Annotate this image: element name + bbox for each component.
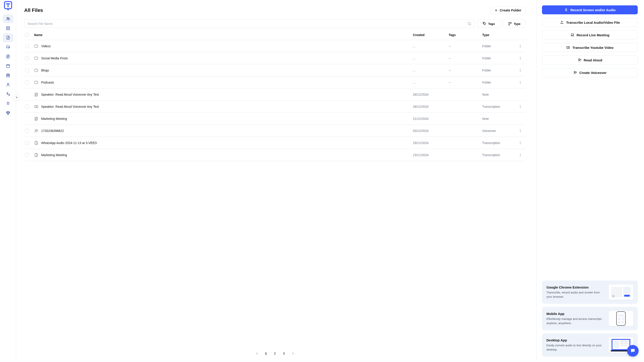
row-checkbox[interactable] bbox=[25, 153, 29, 157]
row-more-button[interactable] bbox=[516, 105, 525, 109]
table-row[interactable]: 173323639882203/12/2024Voiceover bbox=[24, 125, 526, 137]
card-desc: Effortlessly manage and access transcrip… bbox=[546, 317, 605, 325]
svg-point-23 bbox=[520, 81, 520, 82]
row-checkbox[interactable] bbox=[25, 68, 29, 72]
svg-point-24 bbox=[520, 82, 520, 82]
row-checkbox[interactable] bbox=[25, 56, 29, 60]
promo-card[interactable]: Google Chrome ExtensionTranscribe, recor… bbox=[542, 280, 638, 304]
files-table: Name Created Tags Type Videos...--Folder… bbox=[24, 30, 526, 161]
sidebar-chat[interactable] bbox=[3, 43, 14, 52]
aside-panel: Record Screen and/or Audio Transcribe Lo… bbox=[536, 0, 644, 362]
card-thumb bbox=[609, 311, 633, 326]
svg-point-43 bbox=[578, 59, 580, 60]
svg-point-18 bbox=[520, 58, 520, 58]
svg-rect-6 bbox=[8, 29, 10, 30]
row-created: 29/11/2024 bbox=[413, 141, 449, 145]
app-logo[interactable] bbox=[3, 1, 14, 12]
svg-point-20 bbox=[520, 69, 520, 69]
row-checkbox[interactable] bbox=[25, 44, 29, 48]
page-number[interactable]: 3 bbox=[280, 349, 288, 357]
svg-point-17 bbox=[520, 57, 520, 57]
chat-fab[interactable] bbox=[627, 345, 639, 357]
upload-icon bbox=[560, 20, 564, 25]
sidebar-notes[interactable] bbox=[3, 52, 14, 61]
more-vertical-icon bbox=[518, 80, 522, 84]
svg-point-36 bbox=[520, 144, 520, 144]
create-folder-button[interactable]: Create Folder bbox=[490, 6, 526, 14]
search-input[interactable] bbox=[24, 20, 474, 28]
svg-rect-58 bbox=[613, 341, 619, 348]
table-row[interactable]: Marketing Meeting21/12/2024Note bbox=[24, 113, 526, 125]
row-tags: -- bbox=[449, 56, 482, 60]
row-checkbox[interactable] bbox=[25, 129, 29, 133]
sidebar-workspace[interactable] bbox=[3, 14, 14, 23]
row-more-button[interactable] bbox=[516, 44, 525, 48]
svg-point-30 bbox=[35, 129, 37, 131]
table-row[interactable]: Marketing Meeting13/11/2024Transcription bbox=[24, 149, 526, 161]
sidebar-expand-button[interactable] bbox=[13, 94, 20, 101]
page-next[interactable] bbox=[289, 349, 297, 357]
svg-point-21 bbox=[520, 70, 520, 70]
row-created: ... bbox=[413, 69, 449, 72]
sidebar-dashboard[interactable] bbox=[3, 24, 14, 33]
select-all-checkbox[interactable] bbox=[25, 33, 29, 37]
page-number[interactable]: 1 bbox=[262, 349, 270, 357]
more-vertical-icon bbox=[518, 56, 522, 60]
record-screen-button[interactable]: Record Screen and/or Audio bbox=[542, 5, 638, 14]
sidebar-language[interactable] bbox=[3, 90, 14, 99]
row-more-button[interactable] bbox=[516, 68, 525, 72]
promo-card[interactable]: Mobile AppEffortlessly manage and access… bbox=[542, 307, 638, 330]
transcribe-local-button[interactable]: Transcribe Local Audio/Video File bbox=[542, 18, 638, 27]
row-created: ... bbox=[413, 81, 449, 84]
row-created: 28/12/2024 bbox=[413, 93, 449, 96]
table-row[interactable]: Podcasts...--Folder bbox=[24, 76, 526, 88]
record-meeting-button[interactable]: Record Live Meeting bbox=[542, 31, 638, 39]
type-filter-button[interactable]: Type bbox=[503, 20, 526, 28]
sidebar-gifts[interactable] bbox=[3, 71, 14, 80]
sidebar-calendar[interactable] bbox=[3, 61, 14, 70]
row-more-button[interactable] bbox=[516, 141, 525, 145]
svg-point-31 bbox=[520, 129, 520, 130]
svg-rect-55 bbox=[622, 321, 624, 324]
col-type: Type bbox=[482, 33, 516, 37]
read-aloud-button[interactable]: Read Aloud bbox=[542, 56, 638, 65]
sidebar-premium[interactable] bbox=[3, 108, 14, 117]
more-vertical-icon bbox=[518, 153, 522, 157]
table-row[interactable]: Videos...--Folder bbox=[24, 40, 526, 52]
page-number[interactable]: 2 bbox=[271, 349, 279, 357]
voiceover-icon bbox=[573, 71, 577, 75]
row-type: Note bbox=[482, 93, 516, 96]
table-row[interactable]: Social Media Posts...--Folder bbox=[24, 52, 526, 64]
svg-point-2 bbox=[8, 18, 9, 19]
row-checkbox[interactable] bbox=[25, 80, 29, 84]
sidebar-account[interactable] bbox=[3, 80, 14, 89]
page-prev[interactable] bbox=[253, 349, 261, 357]
row-checkbox[interactable] bbox=[25, 141, 29, 145]
sidebar-integrations[interactable] bbox=[3, 99, 14, 108]
promo-card[interactable]: Desktop AppEasily convert audio to text … bbox=[542, 333, 638, 357]
row-type: Folder bbox=[482, 81, 516, 84]
row-more-button[interactable] bbox=[516, 80, 525, 84]
sidebar-files[interactable] bbox=[3, 33, 14, 42]
row-more-button[interactable] bbox=[516, 129, 525, 133]
row-checkbox[interactable] bbox=[25, 105, 29, 109]
table-row[interactable]: Speaktor: Read Aloud Voiceover Any Text2… bbox=[24, 88, 526, 101]
table-row[interactable]: WhatsApp Audio 2024-11-13 at 3-VEED29/11… bbox=[24, 137, 526, 149]
row-more-button[interactable] bbox=[516, 56, 525, 60]
svg-point-38 bbox=[520, 154, 520, 155]
tags-filter-button[interactable]: Tags bbox=[477, 20, 500, 28]
row-type: Voiceover bbox=[482, 129, 516, 133]
card-desc: Easily convert audio to text directly on… bbox=[546, 343, 605, 351]
sidebar bbox=[0, 0, 16, 362]
row-type: Transcription bbox=[482, 141, 516, 145]
card-desc: Transcribe, record audio and screen from… bbox=[546, 291, 605, 299]
create-voiceover-button[interactable]: Create Voiceover bbox=[542, 68, 638, 77]
transcribe-youtube-button[interactable]: Transcribe Youtube Video bbox=[542, 43, 638, 52]
row-more-button[interactable] bbox=[516, 153, 525, 157]
table-row[interactable]: Speaktor: Read Aloud Voiceover Any Text2… bbox=[24, 101, 526, 113]
tag-icon bbox=[482, 22, 486, 26]
table-row[interactable]: Blogs...--Folder bbox=[24, 64, 526, 76]
svg-point-1 bbox=[7, 18, 8, 19]
pagination: 123 bbox=[24, 343, 526, 357]
folder-icon bbox=[34, 80, 38, 85]
